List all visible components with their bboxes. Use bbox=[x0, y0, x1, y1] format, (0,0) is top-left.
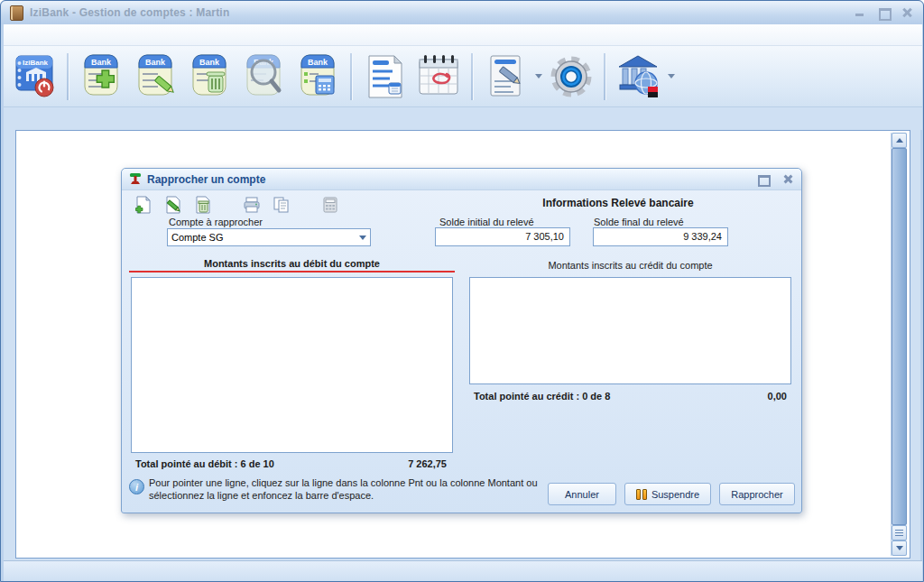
edit-statement-icon[interactable] bbox=[164, 196, 182, 214]
reconcile-button[interactable]: Rapprocher bbox=[719, 483, 795, 505]
window-title: IziBank - Gestion de comptes : Martin bbox=[30, 6, 229, 19]
account-combobox[interactable]: Compte SG bbox=[167, 228, 371, 246]
close-icon[interactable] bbox=[900, 6, 914, 19]
svg-text:Bank: Bank bbox=[91, 58, 112, 67]
svg-text:Bank: Bank bbox=[308, 58, 328, 67]
account-tabs bbox=[4, 107, 922, 130]
delete-statement-icon[interactable] bbox=[194, 196, 212, 214]
dialog-restore-icon[interactable] bbox=[757, 174, 769, 185]
maximize-icon[interactable] bbox=[876, 6, 891, 19]
initial-balance-label: Solde initial du relevé bbox=[439, 217, 534, 227]
credit-total: Total pointé au crédit : 0 de 8 0,00 bbox=[474, 391, 787, 402]
info-icon: i bbox=[129, 479, 144, 494]
dialog-toolbar bbox=[134, 196, 339, 214]
notes-icon bbox=[481, 52, 530, 101]
notes-dropdown[interactable] bbox=[532, 51, 544, 103]
reconcile-icon bbox=[129, 172, 142, 186]
schedule-button[interactable] bbox=[357, 51, 411, 103]
debit-total-value: 7 262,75 bbox=[408, 458, 447, 469]
debit-table bbox=[131, 277, 453, 453]
statement-info-header: Informations Relevé bancaire bbox=[483, 197, 753, 209]
account-edit-button[interactable]: Bank bbox=[128, 51, 182, 103]
debit-total-label: Total pointé au débit : 6 de 10 bbox=[135, 458, 274, 469]
hint-text: Pour pointer une ligne, cliquez sur la l… bbox=[149, 476, 546, 502]
account-delete-button[interactable]: Bank bbox=[182, 51, 236, 103]
main-vertical-scrollbar[interactable] bbox=[891, 133, 907, 556]
account-select-label: Compte à rapprocher bbox=[169, 217, 263, 227]
account-combobox-value: Compte SG bbox=[171, 232, 223, 243]
account-search-button[interactable]: Bank bbox=[236, 51, 291, 103]
credit-total-label: Total pointé au crédit : 0 de 8 bbox=[474, 391, 610, 402]
account-search-icon: Bank bbox=[239, 52, 288, 101]
izibank-quit-button[interactable]: IziBank bbox=[7, 51, 61, 103]
minimize-icon[interactable] bbox=[853, 6, 867, 19]
debit-section-title: Montants inscrits au débit du compte bbox=[131, 258, 453, 269]
reconcile-dialog: Rapprocher un compte bbox=[121, 168, 802, 513]
combobox-caret-icon bbox=[359, 236, 366, 240]
credit-table bbox=[469, 277, 791, 384]
account-edit-icon: Bank bbox=[131, 52, 180, 101]
print-icon[interactable] bbox=[243, 196, 261, 214]
scroll-thumb[interactable] bbox=[892, 148, 907, 525]
status-bar bbox=[4, 560, 922, 581]
credit-section-title: Montants inscrits au crédit du compte bbox=[469, 260, 791, 271]
cancel-button[interactable]: Annuler bbox=[548, 483, 616, 505]
scroll-grip[interactable] bbox=[892, 525, 907, 540]
options-button[interactable] bbox=[544, 51, 598, 103]
app-window: IziBank - Gestion de comptes : Martin Iz… bbox=[0, 0, 924, 582]
notes-button[interactable] bbox=[478, 51, 532, 103]
initial-balance-input[interactable]: 7 305,10 bbox=[435, 227, 570, 246]
bank-access-icon bbox=[614, 52, 662, 101]
new-statement-icon[interactable] bbox=[134, 196, 152, 214]
title-bar: IziBank - Gestion de comptes : Martin bbox=[1, 1, 923, 24]
copy-icon[interactable] bbox=[273, 196, 291, 214]
app-logo-icon bbox=[10, 5, 23, 21]
svg-text:IziBank: IziBank bbox=[23, 59, 49, 67]
calendar-icon bbox=[414, 52, 463, 101]
menu-bar bbox=[4, 24, 922, 46]
svg-text:Bank: Bank bbox=[145, 58, 166, 67]
scroll-up-icon[interactable] bbox=[892, 133, 907, 148]
izibank-power-icon: IziBank bbox=[10, 52, 59, 101]
debit-total: Total pointé au débit : 6 de 10 7 262,75 bbox=[135, 458, 447, 469]
calendar-button[interactable] bbox=[411, 51, 466, 103]
account-add-button[interactable]: Bank bbox=[74, 51, 128, 103]
dialog-title: Rapprocher un compte bbox=[147, 173, 265, 186]
calculator-icon[interactable] bbox=[321, 196, 339, 214]
scroll-down-icon[interactable] bbox=[892, 540, 907, 556]
account-calculator-button[interactable]: Bank bbox=[291, 51, 345, 103]
final-balance-label: Solde final du relevé bbox=[594, 217, 684, 227]
dialog-close-icon[interactable] bbox=[782, 174, 794, 185]
account-delete-icon: Bank bbox=[185, 52, 234, 101]
bank-access-button[interactable] bbox=[611, 51, 665, 103]
dialog-title-bar: Rapprocher un compte bbox=[122, 169, 801, 190]
svg-text:Bank: Bank bbox=[199, 58, 220, 67]
bank-access-dropdown[interactable] bbox=[665, 51, 677, 103]
debit-underline bbox=[129, 271, 455, 273]
final-balance-input[interactable]: 9 339,24 bbox=[593, 227, 728, 246]
credit-total-value: 0,00 bbox=[768, 391, 787, 402]
suspend-button[interactable]: Suspendre bbox=[624, 483, 711, 505]
pause-icon bbox=[636, 489, 647, 500]
gear-icon bbox=[546, 51, 596, 102]
toolbar: IziBank Bank B bbox=[4, 46, 922, 107]
account-add-icon: Bank bbox=[77, 52, 125, 101]
account-calculator-icon: Bank bbox=[293, 52, 342, 101]
schedule-icon bbox=[360, 52, 409, 101]
